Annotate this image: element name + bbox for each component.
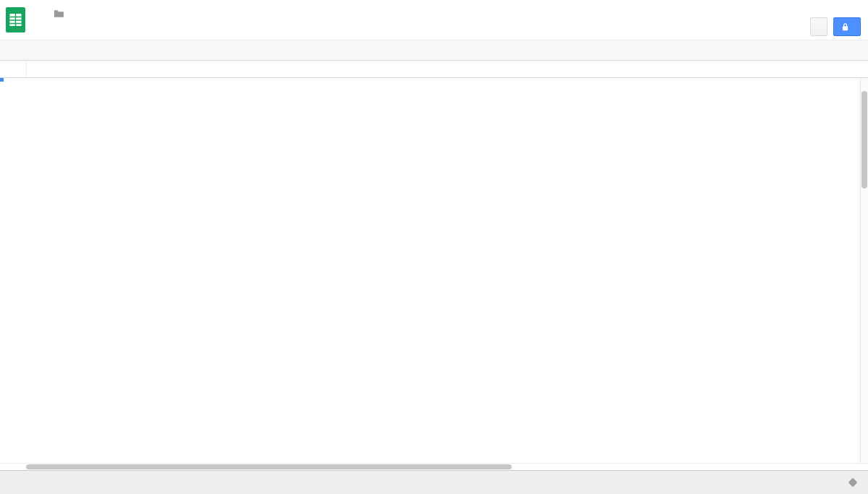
google-sheets-app [0,0,868,494]
topbar-right [810,4,861,36]
toolbar [0,40,868,61]
vertical-scrollbar-thumb[interactable] [861,91,867,188]
all-sheets-button[interactable] [43,473,62,492]
topbar-main [39,0,64,40]
account-menu[interactable] [858,4,861,14]
vertical-scrollbar [860,78,868,463]
lock-icon [842,22,848,31]
sheets-logo-icon [6,7,25,32]
selected-cell-outline [0,78,3,81]
share-button[interactable] [833,17,861,36]
fx-label [0,61,27,77]
spreadsheet-grid [0,78,868,463]
sheet-tab-bar [0,470,868,494]
folder-icon[interactable] [53,9,64,18]
horizontal-scrollbar-thumb[interactable] [26,464,512,469]
comments-button[interactable] [810,17,828,36]
horizontal-scrollbar [0,463,868,470]
add-sheet-button[interactable] [25,473,43,492]
fill-handle[interactable] [0,78,4,82]
sheets-logo[interactable] [0,0,30,40]
formula-input[interactable] [27,61,868,77]
explore-icon[interactable] [846,476,859,489]
topbar [0,0,868,40]
formula-bar [0,61,868,78]
